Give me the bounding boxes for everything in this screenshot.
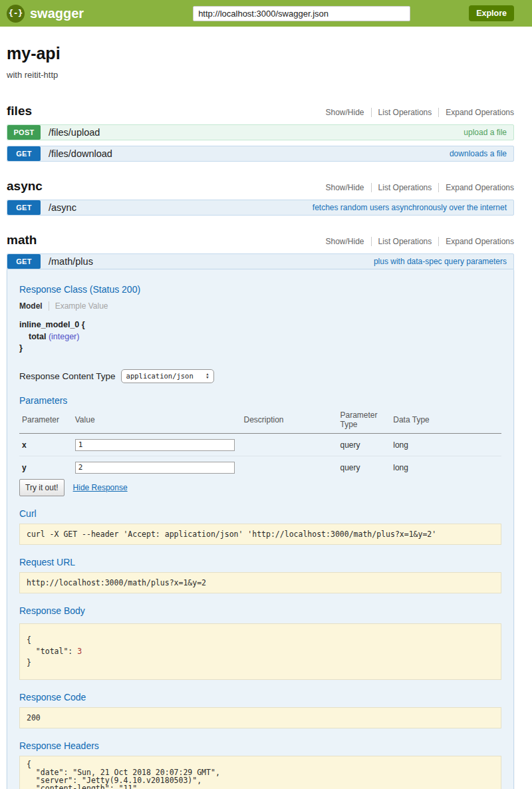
swagger-braces-icon: {-} [7,5,25,23]
resource-section-async: async Show/Hide List Operations Expand O… [7,179,514,216]
response-code-title: Response Code [19,692,501,703]
get-method-badge: GET [7,200,41,215]
expand-operations-link[interactable]: Expand Operations [438,237,514,246]
select-stepper-icon: ▲▼ [206,373,208,379]
param-name: x [19,433,72,456]
api-url-input[interactable] [193,6,410,21]
resource-section-math: math Show/Hide List Operations Expand Op… [7,233,514,789]
page-content: my-api with reitit-http files Show/Hide … [7,44,514,789]
operation-path[interactable]: /math/plus [49,256,93,267]
param-type: query [338,433,391,456]
resource-section-files: files Show/Hide List Operations Expand O… [7,104,514,162]
param-name: y [19,456,72,476]
param-data-type: long [390,456,501,476]
param-description [241,456,338,476]
tab-model[interactable]: Model [19,301,49,311]
model-signature-open: inline_model_0 { [19,319,501,331]
brand-text: swagger [30,6,84,21]
operation-detail-panel: Response Class (Status 200) Model Exampl… [7,269,514,789]
parameters-header-row: Parameter Value Description Parameter Ty… [19,407,501,434]
try-row: Try it out! Hide Response [19,479,501,496]
resource-links: Show/Hide List Operations Expand Operati… [319,183,514,192]
resource-title: files [7,104,32,118]
show-hide-link[interactable]: Show/Hide [319,237,371,246]
operation-row-get-files-download[interactable]: GET /files/download downloads a file [7,146,514,162]
expand-operations-link[interactable]: Expand Operations [438,183,514,192]
json-text: { "total": [27,635,77,656]
operation-summary[interactable]: upload a file [464,128,507,137]
list-operations-link[interactable]: List Operations [371,183,439,192]
curl-title: Curl [19,508,501,519]
parameter-row-x: x query long [19,433,501,456]
show-hide-link[interactable]: Show/Hide [319,183,371,192]
resource-title: async [7,179,43,194]
param-y-input[interactable] [75,462,235,474]
resource-heading: math Show/Hide List Operations Expand Op… [7,233,514,247]
operation-path[interactable]: /files/upload [49,127,100,138]
operation-path[interactable]: /async [49,202,76,213]
response-code-value: 200 [19,707,501,728]
operation-summary[interactable]: downloads a file [450,149,507,158]
param-x-input[interactable] [75,439,235,451]
model-signature-close: } [19,343,501,355]
model-field-type: (integer) [49,332,80,341]
parameters-table: Parameter Value Description Parameter Ty… [19,407,501,476]
model-field-name: total [29,332,46,341]
page-title: my-api [7,44,514,63]
col-value: Value [72,407,241,434]
resource-heading: files Show/Hide List Operations Expand O… [7,104,514,118]
operation-path[interactable]: /files/download [49,148,112,159]
operation-summary[interactable]: plus with data-spec query parameters [374,257,507,266]
selected-content-type: application/json [126,372,194,380]
model-tabs: Model Example Value [19,301,501,311]
resource-title: math [7,233,37,247]
operation-row-get-math-plus[interactable]: GET /math/plus plus with data-spec query… [7,253,514,269]
model-field: total (integer) [19,331,501,343]
response-headers-json: { "date": "Sun, 21 Oct 2018 20:07:29 GMT… [19,756,501,789]
model-signature: inline_model_0 { total (integer) } [19,319,501,355]
expand-operations-link[interactable]: Expand Operations [438,108,514,117]
col-description: Description [241,407,338,434]
col-data-type: Data Type [390,407,501,434]
response-body-title: Response Body [19,605,501,616]
operation-summary[interactable]: fetches random users asynchronously over… [313,203,507,212]
parameters-title: Parameters [19,395,501,406]
get-method-badge: GET [7,254,41,269]
json-text: } [27,658,31,667]
param-data-type: long [390,433,501,456]
tab-example-value[interactable]: Example Value [49,301,108,311]
post-method-badge: POST [7,125,41,140]
list-operations-link[interactable]: List Operations [371,108,439,117]
col-parameter: Parameter [19,407,72,434]
get-method-badge: GET [7,146,41,161]
response-headers-title: Response Headers [19,740,501,751]
resource-links: Show/Hide List Operations Expand Operati… [319,108,514,117]
parameter-row-y: y query long [19,456,501,476]
param-type: query [338,456,391,476]
header-bar: {-} swagger Explore [0,0,532,27]
resource-heading: async Show/Hide List Operations Expand O… [7,179,514,194]
param-description [241,433,338,456]
response-content-type-row: Response Content Type application/json ▲… [19,369,501,383]
page-subtitle: with reitit-http [7,70,514,80]
response-content-type-label: Response Content Type [19,371,116,381]
list-operations-link[interactable]: List Operations [371,237,439,246]
operation-row-get-async[interactable]: GET /async fetches random users asynchro… [7,200,514,216]
col-parameter-type: Parameter Type [338,407,391,434]
request-url-value: http://localhost:3000/math/plus?x=1&y=2 [19,572,501,593]
operation-row-post-files-upload[interactable]: POST /files/upload upload a file [7,124,514,140]
json-number: 3 [77,647,82,656]
explore-button[interactable]: Explore [469,5,514,21]
response-body-json: { "total": 3 } [19,623,501,681]
curl-command: curl -X GET --header 'Accept: applicatio… [19,524,501,545]
resource-links: Show/Hide List Operations Expand Operati… [319,237,514,246]
hide-response-link[interactable]: Hide Response [73,483,128,492]
request-url-title: Request URL [19,557,501,567]
show-hide-link[interactable]: Show/Hide [319,108,371,117]
response-content-type-select[interactable]: application/json ▲▼ [121,369,214,383]
response-class-title: Response Class (Status 200) [19,284,501,295]
try-it-out-button[interactable]: Try it out! [19,479,65,496]
swagger-logo[interactable]: {-} swagger [7,5,84,23]
